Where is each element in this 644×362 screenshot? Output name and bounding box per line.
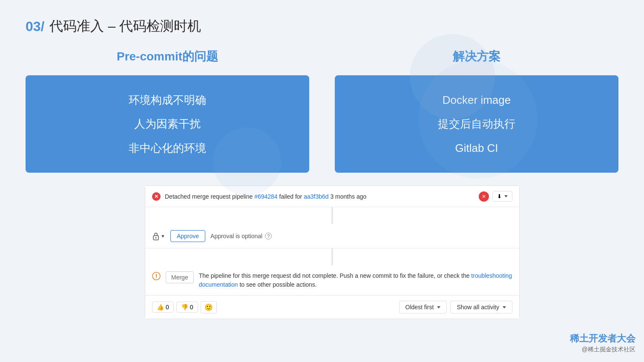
action-bar: 👍 0 👎 0 🙂 Oldest first Show all activity (145, 296, 519, 319)
separator-2 (331, 248, 333, 265)
left-card: 环境构成不明确 人为因素干扰 非中心化的环境 (26, 75, 309, 173)
show-activity-label: Show all activity (457, 304, 499, 311)
emoji-icon: 🙂 (204, 304, 213, 311)
download-icon: ⬇ (497, 193, 502, 200)
thumbs-down-count: 0 (190, 304, 193, 311)
thumbs-down-button[interactable]: 👎 0 (176, 302, 198, 313)
thumbs-down-icon: 👎 (181, 304, 188, 311)
pipeline-text: Detached merge request pipeline #694284 … (165, 193, 366, 200)
page-header: 03/ 代码准入 – 代码检测时机 (26, 17, 618, 36)
separator-1 (331, 207, 333, 224)
right-column: 解决方案 Docker image 提交后自动执行 Gitlab CI (335, 48, 618, 173)
left-column-title: Pre-commit的问题 (117, 48, 218, 65)
pipeline-error-icon: ✕ (152, 192, 161, 201)
chevron-down-icon (504, 195, 508, 197)
oldest-first-chevron-icon (437, 306, 440, 308)
approval-optional-text: Approval is optional ? (210, 233, 272, 239)
section-number: 03/ (26, 19, 44, 34)
thumbs-up-count: 0 (166, 304, 169, 311)
svg-point-4 (156, 277, 157, 278)
svg-point-1 (155, 237, 157, 239)
pipeline-time: 3 months ago (330, 193, 366, 200)
right-card-item-3: Gitlab CI (455, 140, 498, 156)
pipeline-download-button[interactable]: ⬇ (492, 191, 512, 202)
thumbs-up-icon: 👍 (157, 304, 164, 311)
left-card-item-3: 非中心化的环境 (129, 140, 206, 156)
right-card-item-1: Docker image (443, 92, 511, 108)
show-activity-chevron-icon (503, 306, 506, 308)
pipeline-label: Detached merge request pipeline (165, 193, 253, 200)
page-title: 代码准入 – 代码检测时机 (49, 17, 201, 36)
pipeline-right: ✕ ⬇ (479, 191, 512, 202)
watermark-title: 稀土开发者大会 (570, 332, 635, 345)
pipeline-commit-link[interactable]: aa3f3b6d (304, 193, 328, 200)
gitlab-panel: ✕ Detached merge request pipeline #69428… (145, 185, 520, 319)
merge-bar: Merge The pipeline for this merge reques… (145, 265, 519, 296)
help-icon[interactable]: ? (265, 233, 272, 239)
left-column: Pre-commit的问题 环境构成不明确 人为因素干扰 非中心化的环境 (26, 48, 309, 173)
lock-icon: ▼ (152, 232, 165, 240)
approve-button[interactable]: Approve (170, 230, 205, 242)
merge-after-link: to see other possible actions. (239, 281, 316, 288)
oldest-first-label: Oldest first (405, 304, 434, 311)
right-card: Docker image 提交后自动执行 Gitlab CI (335, 75, 618, 173)
show-activity-button[interactable]: Show all activity (450, 301, 512, 314)
pipeline-failed-text: failed for (279, 193, 304, 200)
watermark-subtitle: @稀土掘金技术社区 (570, 346, 635, 353)
thumbs-up-button[interactable]: 👍 0 (152, 302, 174, 313)
right-column-title: 解决方案 (453, 48, 500, 65)
reaction-buttons: 👍 0 👎 0 🙂 (152, 301, 217, 314)
pipeline-left: ✕ Detached merge request pipeline #69428… (152, 192, 366, 201)
left-card-item-1: 环境构成不明确 (129, 92, 206, 108)
merge-button[interactable]: Merge (166, 271, 194, 283)
merge-message: The pipeline for this merge request did … (199, 271, 512, 289)
warning-icon (152, 272, 161, 282)
pipeline-bar: ✕ Detached merge request pipeline #69428… (145, 186, 519, 207)
left-card-item-2: 人为因素干扰 (134, 116, 201, 131)
watermark: 稀土开发者大会 @稀土掘金技术社区 (570, 332, 635, 353)
right-card-item-2: 提交后自动执行 (438, 116, 515, 131)
approve-bar: ▼ Approve Approval is optional ? (145, 224, 519, 248)
pipeline-close-button[interactable]: ✕ (479, 191, 489, 202)
pipeline-number-link[interactable]: #694284 (254, 193, 278, 200)
emoji-button[interactable]: 🙂 (201, 301, 217, 314)
content-columns: Pre-commit的问题 环境构成不明确 人为因素干扰 非中心化的环境 解决方… (26, 48, 618, 173)
sort-buttons: Oldest first Show all activity (399, 301, 513, 314)
oldest-first-button[interactable]: Oldest first (399, 301, 447, 314)
